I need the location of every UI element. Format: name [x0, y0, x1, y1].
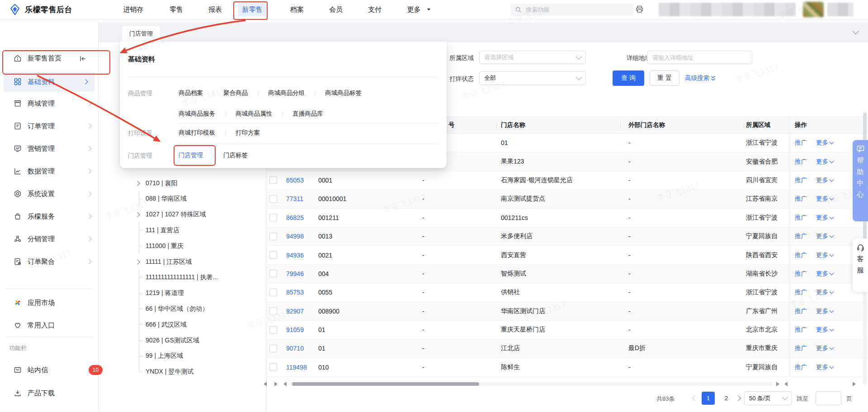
scroll-left-icon[interactable]: [264, 382, 267, 386]
promote-link[interactable]: 推广: [795, 251, 807, 259]
tab-store-management[interactable]: 门店管理: [122, 26, 160, 42]
page-size-select[interactable]: 50 条/页: [744, 391, 792, 405]
topnav-item-进销存[interactable]: 进销存: [119, 0, 148, 19]
sidebar-item-文件列表[interactable]: 文件列表: [0, 406, 98, 412]
topnav-item-零售[interactable]: 零售: [165, 0, 187, 19]
tree-node[interactable]: 1111111111111111 | 执著...: [131, 270, 265, 286]
menu-item-打印方案[interactable]: 打印方案: [236, 129, 260, 137]
cell-text-id[interactable]: 77311: [286, 195, 303, 202]
cell-text-id[interactable]: 85753: [286, 289, 304, 296]
menu-item-商品档案[interactable]: 商品档案: [179, 89, 203, 97]
row-checkbox[interactable]: [269, 345, 277, 352]
more-actions-link[interactable]: 更多: [816, 195, 833, 203]
row-checkbox[interactable]: [269, 251, 277, 259]
topnav-item-新零售[interactable]: 新零售: [238, 0, 267, 19]
row-checkbox[interactable]: [269, 195, 277, 203]
cell-text-id[interactable]: 94998: [286, 233, 304, 240]
more-actions-link[interactable]: 更多: [816, 270, 833, 278]
jump-page-input[interactable]: [816, 391, 841, 405]
reset-button[interactable]: 重 置: [650, 70, 679, 86]
tree-node[interactable]: 9026 | GS测试区域: [131, 332, 265, 348]
more-actions-link[interactable]: 更多: [816, 288, 833, 296]
menu-item-商城商品服务[interactable]: 商城商品服务: [179, 110, 215, 118]
row-checkbox[interactable]: [269, 214, 277, 221]
promote-link[interactable]: 推广: [795, 270, 807, 278]
customer-service-panel[interactable]: 客服: [853, 239, 868, 292]
sidebar-item-分销管理[interactable]: 分销管理: [0, 229, 98, 249]
promote-link[interactable]: 推广: [795, 363, 807, 371]
cell-text-id[interactable]: 86825: [286, 214, 304, 221]
tree-node[interactable]: 1027 | 1027 特殊区域: [131, 207, 265, 223]
sidebar-item-订单管理[interactable]: 订单管理: [0, 116, 98, 136]
search-input[interactable]: [525, 6, 613, 14]
menu-item-门店标签[interactable]: 门店标签: [223, 151, 248, 159]
promote-link[interactable]: 推广: [795, 176, 807, 184]
sidebar-item-订单聚合[interactable]: 订单聚合: [0, 252, 98, 272]
topnav-item-支付[interactable]: 支付: [364, 0, 386, 19]
more-actions-link[interactable]: 更多: [816, 251, 833, 259]
tree-node[interactable]: 666 | 武汉区域: [131, 317, 265, 332]
more-actions-link[interactable]: 更多: [816, 307, 833, 315]
tree-node[interactable]: 088 | 华南区域: [131, 191, 265, 207]
menu-item-商城商品标签[interactable]: 商城商品标签: [325, 89, 362, 97]
query-button[interactable]: 查 询: [613, 70, 644, 86]
table-scroll-right-icon[interactable]: [776, 382, 779, 386]
more-actions-link[interactable]: 更多: [816, 158, 833, 166]
topnav-item-档案[interactable]: 档案: [286, 0, 308, 19]
menu-item-商城商品分组[interactable]: 商城商品分组: [268, 89, 305, 97]
promote-link[interactable]: 推广: [795, 139, 807, 147]
sidebar-item-数据管理[interactable]: 数据管理: [0, 161, 98, 181]
cell-text-id[interactable]: 91059: [286, 326, 304, 333]
tree-node[interactable]: 0710 | 襄阳: [131, 175, 265, 191]
row-checkbox[interactable]: [269, 233, 277, 240]
promote-link[interactable]: 推广: [795, 214, 807, 222]
cell-text-id[interactable]: 65053: [286, 177, 304, 184]
cell-text-id[interactable]: 79946: [286, 270, 304, 277]
promote-link[interactable]: 推广: [795, 288, 807, 296]
more-actions-link[interactable]: 更多: [816, 326, 833, 334]
promote-link[interactable]: 推广: [795, 307, 807, 315]
scroll-right-icon[interactable]: [274, 382, 278, 386]
row-checkbox[interactable]: [269, 363, 277, 371]
menu-item-门店管理[interactable]: 门店管理: [179, 151, 203, 159]
help-center-panel[interactable]: 帮助中心: [853, 140, 868, 221]
tree-node[interactable]: 99 | 上海区域: [131, 348, 265, 364]
page-button-2[interactable]: 2: [720, 392, 733, 405]
menu-item-商城打印模板[interactable]: 商城打印模板: [179, 129, 215, 137]
sidebar-item-商城管理[interactable]: 商城管理: [0, 94, 98, 113]
more-actions-link[interactable]: 更多: [816, 232, 833, 240]
promote-link[interactable]: 推广: [795, 344, 807, 352]
menu-item-直播商品库[interactable]: 直播商品库: [292, 110, 323, 118]
next-page-icon[interactable]: [735, 395, 741, 401]
tree-node[interactable]: 11111 | 江苏区域: [131, 254, 265, 270]
region-select[interactable]: 请选择区域: [479, 51, 586, 64]
more-actions-link[interactable]: 更多: [816, 176, 833, 184]
status-select[interactable]: 全部: [479, 71, 586, 85]
tree-node[interactable]: 111000 | 重庆: [131, 238, 265, 254]
chevron-down-icon[interactable]: [853, 28, 859, 34]
promote-link[interactable]: 推广: [795, 158, 807, 166]
fixed-col-scroll-right-icon[interactable]: [853, 382, 856, 386]
sidebar-item-产品下载[interactable]: 产品下载: [0, 383, 98, 403]
row-checkbox[interactable]: [269, 270, 277, 277]
sidebar-item-基础资料[interactable]: 基础资料: [4, 72, 94, 92]
horizontal-scrollbar-thumb[interactable]: [292, 382, 479, 386]
cell-text-id[interactable]: 94936: [286, 252, 304, 259]
row-checkbox[interactable]: [269, 176, 277, 184]
sidebar-item-乐檬服务[interactable]: 乐檬服务: [0, 206, 98, 226]
topnav-item-会员[interactable]: 会员: [325, 0, 347, 19]
more-actions-link[interactable]: 更多: [816, 139, 833, 147]
row-checkbox[interactable]: [269, 326, 277, 334]
tree-node[interactable]: YNDX | 翌牛测试: [131, 364, 265, 380]
tree-node[interactable]: 66 | 华中区域（勿动）: [131, 301, 265, 317]
prev-page-icon[interactable]: [692, 395, 698, 401]
promote-link[interactable]: 推广: [795, 195, 807, 203]
sidebar-item-常用入口[interactable]: 常用入口: [0, 315, 98, 335]
advanced-search-link[interactable]: 高级搜索: [685, 74, 716, 82]
more-actions-link[interactable]: 更多: [816, 363, 833, 371]
address-input[interactable]: [647, 51, 752, 64]
sidebar-item-系统设置[interactable]: 系统设置: [0, 184, 98, 204]
table-scroll-left-icon[interactable]: [283, 382, 287, 386]
topnav-item-更多[interactable]: 更多: [403, 0, 431, 19]
topnav-item-报表[interactable]: 报表: [204, 0, 226, 19]
